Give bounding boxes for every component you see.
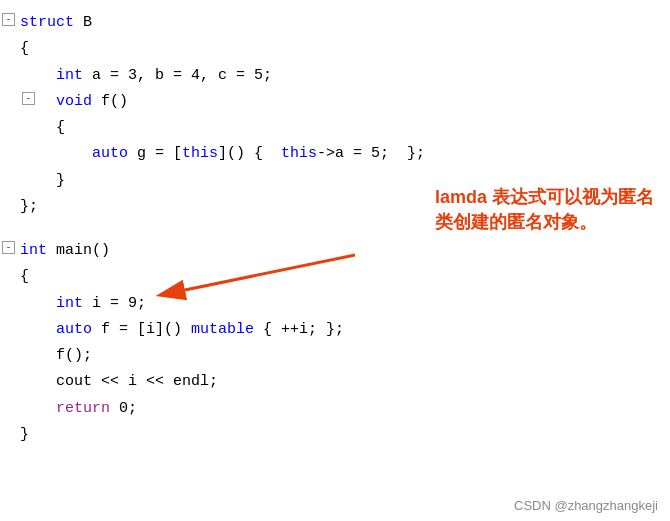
struct-line-1: struct B <box>20 10 670 36</box>
struct-line-2: { <box>20 36 670 62</box>
annotation-box: lamda 表达式可以视为匿名类创建的匿名对象。 <box>435 185 655 235</box>
main-block: - int main() { int i = 9; auto f = [i]()… <box>0 238 670 448</box>
main-line-6: cout << i << endl; <box>20 369 670 395</box>
main-line-7: return 0; <box>20 396 670 422</box>
watermark: CSDN @zhangzhangkeji <box>514 498 658 513</box>
main-line-5: f(); <box>20 343 670 369</box>
struct-line-4: void f() <box>20 89 670 115</box>
main-line-1: int main() <box>20 238 670 264</box>
annotation-text: lamda 表达式可以视为匿名类创建的匿名对象。 <box>435 187 654 232</box>
main-line-3: int i = 9; <box>20 291 670 317</box>
main-line-4: auto f = [i]() mutable { ++i; }; <box>20 317 670 343</box>
struct-line-6: auto g = [this]() { this->a = 5; }; <box>20 141 670 167</box>
void-f-fold-icon[interactable]: - <box>22 92 35 105</box>
main-line-2: { <box>20 264 670 290</box>
struct-line-3: int a = 3, b = 4, c = 5; <box>20 63 670 89</box>
code-container: - struct B { int a = 3, b = 4, c = 5; - … <box>0 0 670 521</box>
main-line-8: } <box>20 422 670 448</box>
main-fold-icon[interactable]: - <box>2 241 15 254</box>
struct-line-5: { <box>20 115 670 141</box>
void-f-block: - void f() { auto g = [this]() { this->a… <box>20 89 670 194</box>
struct-fold-icon[interactable]: - <box>2 13 15 26</box>
